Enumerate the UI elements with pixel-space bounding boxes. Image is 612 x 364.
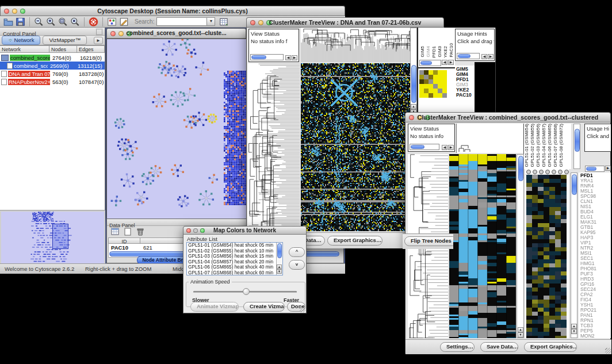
animate-vizmap-button[interactable]: Animate Vizmap — [190, 302, 239, 312]
tv2-genelist-vscrollbar[interactable]: ▲ ▼ — [571, 173, 577, 338]
array-label: GPL51-07 (GSM868) — [553, 124, 559, 167]
settings-button[interactable]: Settings… — [440, 342, 475, 352]
select-attributes-icon[interactable] — [110, 227, 121, 237]
scroll-right-arrow[interactable]: ▶ — [292, 55, 297, 60]
tv2-title: ClusterMaker TreeView : combined_scores_… — [406, 114, 610, 121]
zoom-heatmap-cell — [433, 79, 438, 84]
delete-attribute-icon[interactable] — [135, 227, 146, 237]
zoom-heatmap-cell — [438, 70, 442, 75]
window-treeview-combined-scores: ClusterMaker TreeView : combined_scores_… — [405, 112, 611, 354]
create-vizmap-button[interactable]: Create Vizmap — [243, 302, 285, 312]
help-icon[interactable] — [88, 17, 99, 27]
new-attribute-icon[interactable] — [123, 227, 133, 237]
search-dropdown-icon[interactable]: ▼ — [207, 17, 215, 26]
tv2-usage-scrollbar[interactable] — [585, 166, 605, 172]
zoom-heatmap-cell — [433, 75, 438, 79]
network-row-combined-scores[interactable]: combined_scores 2764(0) 16218(0) — [0, 53, 105, 62]
col-nodes[interactable]: Nodes — [49, 45, 77, 53]
slider-thumb[interactable] — [243, 288, 250, 295]
export-graphics-button[interactable]: Export Graphics… — [327, 236, 382, 246]
resize-grip[interactable] — [300, 306, 305, 312]
attribute-list-label: Attribute List — [187, 236, 217, 242]
zoom-heatmap-cell — [433, 93, 438, 98]
tv2-heatmap-vscrollbar[interactable]: ▲ ▼ — [517, 154, 524, 338]
open-icon[interactable] — [3, 17, 14, 27]
tv1-zoom-heatmap[interactable] — [419, 70, 447, 98]
col-network[interactable]: Network — [0, 45, 49, 53]
export-graphics-button[interactable]: Export Graphics… — [524, 342, 577, 352]
zoom-heatmap-cell — [424, 75, 429, 79]
control-panel-tabs: ⁘ Network VizMapper™ ► — [0, 36, 105, 45]
file-icon — [7, 63, 13, 69]
main-titlebar[interactable]: Cytoscape Desktop (Session Name: collins… — [0, 6, 345, 16]
network-overview-panel[interactable] — [0, 210, 105, 263]
scroll-left-arrow[interactable]: ◀ — [442, 145, 447, 150]
column-marker-icon — [539, 170, 544, 174]
float-panel-icon[interactable] — [96, 29, 102, 35]
network-row-dna-tran[interactable]: DNA and Tran 07 769(0) 183728(0) — [0, 70, 105, 78]
tv2-heatmap[interactable] — [449, 154, 516, 338]
tv2-titlebar[interactable]: ClusterMaker TreeView : combined_scores_… — [405, 112, 611, 122]
array-label: GPL51-03 (GSM856) — [536, 124, 541, 167]
network-row-rnapuber[interactable]: RNAPuberNov2+l 563(0) 107847(0) — [0, 78, 105, 86]
zoom-fit-icon[interactable] — [58, 17, 68, 27]
move-up-button[interactable]: ^ — [289, 247, 305, 257]
zoom-out-icon[interactable] — [33, 17, 44, 27]
scroll-left-arrow[interactable]: ◀ — [481, 54, 487, 59]
save-data-button[interactable]: Save Data… — [480, 342, 518, 352]
zoom-heatmap-cell — [419, 70, 424, 75]
scroll-right-arrow[interactable]: ▶ — [448, 60, 454, 65]
tv2-column-dendrogram[interactable] — [456, 124, 523, 153]
zoom-heatmap-cell — [442, 79, 447, 84]
tv1-zoom-hscrollbar[interactable] — [419, 60, 441, 66]
dialog-titlebar[interactable]: Map Colors to Network — [183, 226, 307, 235]
move-down-button[interactable]: v — [289, 260, 305, 270]
zoom-selected-icon[interactable] — [70, 17, 81, 27]
scroll-left-arrow[interactable]: ◀ — [285, 55, 291, 60]
zoom-heatmap-cell — [429, 93, 433, 98]
zoom-heatmap-cell — [419, 75, 424, 79]
data-col-id[interactable]: ID — [108, 237, 140, 244]
search-label: Search: — [135, 18, 154, 25]
resize-grip[interactable] — [605, 348, 611, 354]
zoom-heatmap-cell — [419, 93, 424, 98]
col-edges[interactable]: Edges — [77, 45, 105, 53]
attribute-item[interactable]: GPL51-07 (GSM868) heat shock 60 min — [188, 270, 282, 275]
zoom-heatmap-cell — [438, 84, 442, 89]
tab-vizmapper[interactable]: VizMapper™ — [43, 36, 87, 45]
search-input[interactable] — [156, 17, 207, 26]
list-vscrollbar[interactable]: ▲ ▼ — [276, 243, 282, 275]
column-marker-icon — [533, 170, 537, 174]
flip-tree-nodes-button[interactable]: Flip Tree Nodes — [404, 236, 453, 246]
tab-overflow-arrow[interactable]: ► — [94, 37, 103, 44]
status-welcome: Welcome to Cytoscape 2.6.2 — [5, 266, 74, 272]
network-canvas[interactable] — [106, 39, 247, 220]
tv1-row-dendrogram[interactable] — [248, 63, 300, 231]
attribute-listbox: GPL51-01 (GSM854) heat shock 05 minGPL51… — [186, 242, 283, 275]
usage-hints-scrollbar[interactable] — [457, 53, 480, 59]
view-status-scrollbar[interactable] — [410, 144, 439, 150]
annotation-icon[interactable] — [118, 17, 129, 27]
col-label: PAC10 — [449, 43, 453, 58]
scroll-left-arrow[interactable]: ◀ — [442, 60, 447, 65]
import-table-icon[interactable] — [219, 17, 230, 27]
scroll-right-arrow[interactable]: ▶ — [488, 54, 494, 59]
tv2-labels-vscrollbar[interactable] — [573, 124, 580, 169]
vizmapper-icon[interactable] — [106, 17, 117, 27]
tab-network[interactable]: ⁘ Network — [2, 36, 40, 45]
tv1-titlebar[interactable]: ClusterMaker TreeView : DNA and Tran 07-… — [246, 17, 444, 28]
zoom-in-icon[interactable] — [45, 17, 56, 27]
dialog-title: Map Colors to Network — [183, 227, 306, 233]
network-row-combined-sco-selected[interactable]: combined_sco 2569(6) 13112(15) — [0, 62, 105, 70]
zoom-heatmap-cell — [442, 75, 447, 79]
speed-slider[interactable] — [193, 291, 297, 293]
view-status-scrollbar[interactable] — [250, 54, 284, 60]
scroll-right-arrow[interactable]: ▶ — [448, 145, 454, 150]
tv2-zoom-heatmap[interactable] — [525, 175, 569, 338]
tv1-heatmap[interactable] — [301, 63, 410, 231]
tv1-column-dendrogram[interactable] — [301, 28, 410, 62]
save-icon[interactable] — [15, 17, 26, 27]
zoom-heatmap-cell — [433, 84, 438, 89]
network-view-titlebar[interactable]: combined_scores_good.txt--cluste... — [106, 28, 246, 39]
scroll-right-arrow[interactable]: ▶ — [605, 166, 611, 171]
